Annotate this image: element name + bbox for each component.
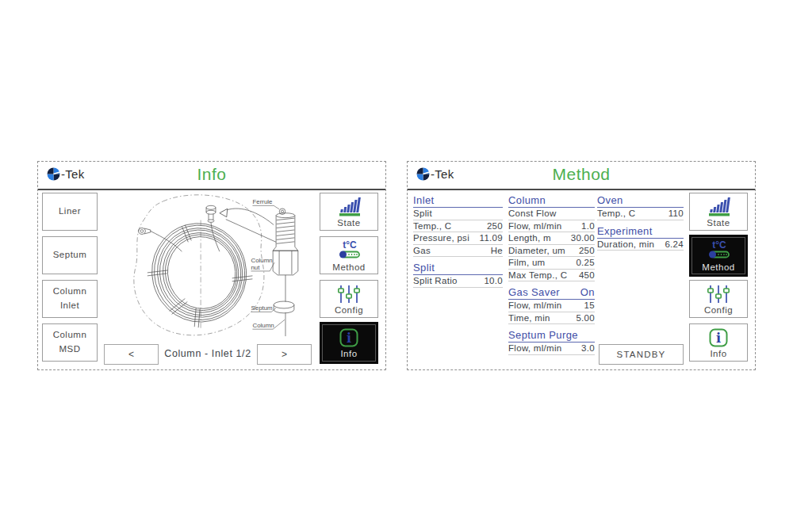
param-row[interactable]: Flow, ml/min1.0: [508, 220, 595, 233]
section-inlet: Inlet Split Temp., C250 Pressure, psi11.…: [413, 193, 503, 257]
info-header: -Tek Info: [38, 162, 385, 190]
ferrule-label: Ferrule: [252, 198, 273, 205]
param-row[interactable]: Max Temp., C450: [508, 270, 595, 282]
param-value: 1.0: [581, 222, 595, 232]
param-row[interactable]: Temp., C250: [413, 220, 503, 233]
section-header-septum-purge[interactable]: Septum Purge: [508, 327, 595, 343]
screen-pair: -Tek Info Liner Septum Column Inlet Colu…: [0, 0, 793, 532]
info-button-selected[interactable]: i Info: [320, 322, 378, 364]
standby-button[interactable]: STANDBY: [599, 344, 684, 365]
param-label: Time, min: [508, 314, 550, 323]
param-row[interactable]: Const Flow: [508, 208, 595, 220]
sidebar-item-label: Column Inlet: [50, 285, 90, 313]
param-row[interactable]: Flow, ml/min15: [508, 300, 595, 312]
config-button[interactable]: Config: [689, 280, 748, 318]
param-row[interactable]: Duration, min6.24: [597, 239, 684, 251]
section-experiment: Experiment Duration, min6.24: [597, 224, 684, 251]
section-split: Split Split Ratio10.0: [413, 260, 503, 288]
method-button[interactable]: t°C Method: [320, 236, 378, 274]
param-row[interactable]: Split: [413, 208, 503, 220]
dashed-outline: [134, 195, 264, 335]
method-button-selected[interactable]: t°C Method: [689, 235, 748, 277]
sidebar-item-liner[interactable]: Liner: [42, 193, 98, 231]
param-value: 250: [487, 222, 503, 232]
section-header-split[interactable]: Split: [413, 260, 503, 275]
param-value: 6.24: [665, 240, 684, 250]
state-bars-icon: [336, 197, 362, 217]
section-header-column[interactable]: Column: [508, 193, 595, 208]
svg-text:t°C: t°C: [343, 239, 357, 251]
config-button[interactable]: Config: [320, 280, 378, 318]
section-title: Column: [508, 194, 546, 206]
method-column-2: Column Const Flow Flow, ml/min1.0 Length…: [508, 191, 595, 355]
param-row[interactable]: Pressure, psi11.09: [413, 232, 503, 245]
param-label: Duration, min: [597, 240, 654, 250]
param-value: 15: [584, 301, 595, 311]
svg-text:i: i: [347, 331, 351, 346]
info-body: Liner Septum Column Inlet Column MSD: [38, 190, 385, 369]
method-column-3: Oven Temp., C110 Experiment Duration, mi…: [597, 191, 684, 251]
thermometer-icon: t°C: [335, 239, 362, 262]
param-label: Const Flow: [508, 209, 557, 219]
septum-label: Septum: [251, 304, 273, 312]
param-row[interactable]: Length, m30.00: [508, 232, 595, 245]
method-body: Inlet Split Temp., C250 Pressure, psi11.…: [408, 190, 755, 369]
section-title: Split: [413, 262, 435, 274]
svg-text:t°C: t°C: [712, 239, 726, 251]
section-header-experiment[interactable]: Experiment: [597, 224, 684, 239]
section-septum-purge: Septum Purge Flow, ml/min3.0: [508, 327, 595, 355]
config-button-label: Config: [335, 305, 363, 315]
section-title: Gas Saver: [508, 286, 560, 298]
sidebar-item-label: Septum: [53, 248, 87, 262]
method-column-1: Inlet Split Temp., C250 Pressure, psi11.…: [413, 191, 503, 288]
sidebar-item-column-msd[interactable]: Column MSD: [42, 323, 98, 362]
sidebar-item-septum[interactable]: Septum: [42, 236, 98, 274]
info-button-label: Info: [710, 349, 726, 358]
param-row[interactable]: GasHe: [413, 245, 503, 258]
coil-and-parts: [138, 205, 297, 336]
column-nut-label-line1: Column: [251, 257, 272, 264]
pager-prev-button[interactable]: <: [104, 344, 159, 365]
diagram-labels: Ferrule Column nut Septum Column: [251, 198, 274, 329]
param-row[interactable]: Flow, ml/min3.0: [508, 343, 595, 355]
page-title: Method: [408, 165, 755, 184]
param-value: 250: [579, 247, 595, 256]
param-value: 10.0: [484, 277, 503, 286]
method-header: -Tek Method: [408, 162, 755, 190]
section-header-gas-saver[interactable]: Gas SaverOn: [508, 285, 595, 300]
param-row[interactable]: Split Ratio10.0: [413, 275, 503, 288]
param-label: Max Temp., C: [508, 271, 567, 281]
param-label: Gas: [413, 247, 431, 256]
state-button[interactable]: State: [689, 193, 748, 231]
section-status: On: [580, 286, 595, 298]
method-button-label: Method: [702, 262, 734, 272]
param-value: 110: [668, 209, 684, 219]
svg-text:i: i: [716, 331, 721, 346]
info-button[interactable]: i Info: [689, 323, 748, 362]
sliders-icon: [707, 284, 730, 304]
sidebar-item-label: Column MSD: [50, 328, 90, 357]
param-row[interactable]: Film, um0.25: [508, 257, 595, 270]
section-header-oven[interactable]: Oven: [597, 193, 684, 208]
column-nut-label-line2: nut: [251, 264, 260, 271]
param-row[interactable]: Temp., C110: [597, 208, 684, 220]
param-label: Split: [413, 209, 432, 219]
param-value: 5.00: [576, 314, 595, 323]
section-header-inlet[interactable]: Inlet: [413, 193, 503, 208]
param-label: Pressure, psi: [413, 234, 469, 243]
method-screen-panel: -Tek Method Inlet Split Temp., C250 Pres…: [407, 161, 756, 370]
param-row[interactable]: Time, min5.00: [508, 312, 595, 325]
param-row[interactable]: Diameter, um250: [508, 245, 595, 258]
param-label: Flow, ml/min: [508, 222, 562, 232]
info-icon: i: [708, 327, 729, 348]
param-value: 30.00: [571, 234, 595, 243]
info-button-label: Info: [340, 349, 357, 358]
sidebar-item-label: Liner: [59, 205, 81, 219]
method-button-label: Method: [332, 262, 365, 272]
info-icon: i: [339, 327, 359, 348]
sidebar-item-column-inlet[interactable]: Column Inlet: [42, 280, 98, 318]
state-button-label: State: [337, 218, 360, 228]
pager-next-button[interactable]: >: [257, 344, 312, 365]
section-title: Inlet: [413, 194, 435, 206]
state-button[interactable]: State: [320, 193, 378, 231]
